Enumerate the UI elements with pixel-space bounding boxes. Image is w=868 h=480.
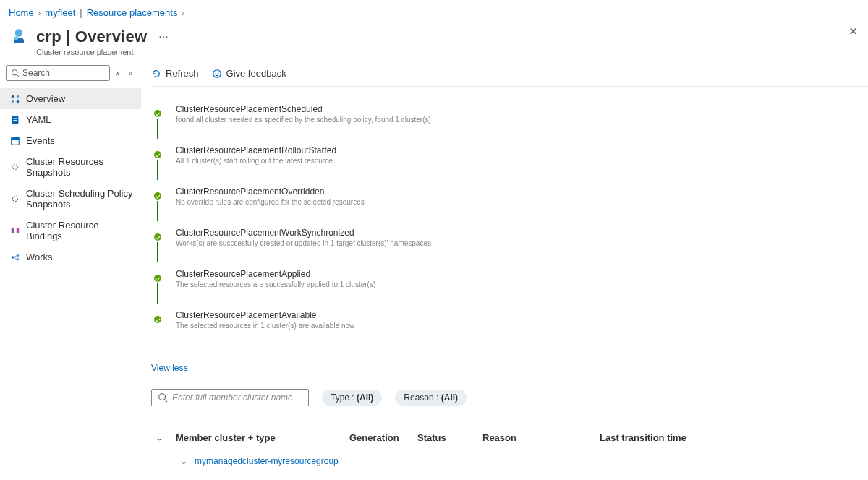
nav-overview[interactable]: Overview — [0, 88, 141, 109]
success-icon — [151, 107, 164, 120]
status-timeline: ClusterResourcePlacementScheduledfound a… — [151, 87, 868, 359]
col-reason[interactable]: Reason — [482, 432, 600, 443]
chevron-right-icon: › — [182, 9, 184, 17]
svg-line-20 — [13, 255, 17, 257]
nav-crb-label: Cluster Resource Bindings — [26, 220, 134, 241]
svg-point-1 — [14, 36, 18, 40]
breadcrumb-section[interactable]: Resource placements — [87, 7, 178, 18]
timeline-desc: The selected resources in 1 cluster(s) a… — [176, 322, 868, 330]
expand-all-button[interactable]: ⌄ — [151, 434, 176, 442]
filter-reason-label: Reason : — [404, 393, 441, 403]
filter-type-label: Type : — [331, 393, 357, 403]
calendar-icon — [10, 136, 20, 146]
search-icon — [11, 69, 20, 77]
svg-rect-10 — [13, 120, 17, 121]
feedback-label: Give feedback — [226, 68, 286, 79]
breadcrumb-fleet[interactable]: myfleet — [45, 7, 75, 18]
nav-crb[interactable]: Cluster Resource Bindings — [0, 215, 141, 247]
nav-crs-label: Cluster Resources Snapshots — [26, 156, 134, 178]
sidebar-collapse-button[interactable]: « — [125, 68, 135, 79]
nav-csps-label: Cluster Scheduling Policy Snapshots — [26, 188, 134, 210]
filter-row: Enter full member cluster name Type : (A… — [151, 389, 868, 406]
toolbar: Refresh Give feedback — [151, 62, 868, 87]
svg-point-6 — [12, 100, 14, 103]
filter-type-value: (All) — [357, 393, 373, 403]
timeline-desc: found all cluster needed as specified by… — [176, 116, 868, 124]
success-icon — [151, 231, 164, 244]
svg-rect-9 — [13, 118, 17, 119]
svg-point-24 — [218, 72, 218, 73]
title-row: crp | Overview ··· — [0, 22, 868, 49]
timeline-title: ClusterResourcePlacementWorkSynchronized — [176, 228, 868, 238]
sidebar-expand-button[interactable]: x — [113, 68, 122, 79]
filter-reason-value: (All) — [441, 393, 458, 403]
success-icon — [151, 148, 164, 161]
view-less-link[interactable]: View less — [151, 359, 187, 386]
timeline-title: ClusterResourcePlacementApplied — [176, 269, 868, 279]
success-icon — [151, 313, 164, 326]
sidebar-search[interactable]: Search — [6, 65, 110, 81]
svg-rect-15 — [12, 228, 14, 233]
policy-icon — [10, 194, 20, 204]
svg-point-7 — [17, 100, 20, 103]
chevron-down-icon: ⌄ — [180, 456, 187, 466]
svg-line-3 — [17, 74, 19, 77]
col-member-cluster[interactable]: Member cluster + type — [176, 432, 349, 443]
close-button[interactable]: ✕ — [848, 25, 858, 38]
timeline-desc: Works(s) are succcesfully created or upd… — [176, 239, 868, 247]
resource-icon — [9, 25, 29, 48]
search-icon — [158, 393, 168, 403]
cluster-search-placeholder: Enter full member cluster name — [172, 393, 293, 403]
timeline-item: ClusterResourcePlacementWorkSynchronized… — [151, 228, 868, 247]
svg-point-0 — [15, 29, 23, 37]
sidebar-nav: Overview YAML Events Cluster Resources S… — [0, 88, 141, 267]
refresh-label: Refresh — [166, 68, 199, 79]
feedback-icon — [212, 69, 222, 79]
overview-icon — [10, 94, 20, 104]
page-subtitle: Cluster resource placement — [0, 48, 868, 56]
filter-type-pill[interactable]: Type : (All) — [322, 390, 382, 406]
nav-events[interactable]: Events — [0, 130, 141, 151]
col-status[interactable]: Status — [417, 432, 482, 443]
content: Refresh Give feedback ClusterResourcePla… — [141, 62, 868, 480]
svg-line-21 — [13, 257, 17, 260]
col-last-transition[interactable]: Last transition time — [600, 432, 744, 443]
nav-crs[interactable]: Cluster Resources Snapshots — [0, 151, 141, 183]
svg-point-25 — [159, 394, 166, 400]
filter-reason-pill[interactable]: Reason : (All) — [395, 390, 467, 406]
breadcrumb-home[interactable]: Home — [9, 7, 34, 18]
table-group-row[interactable]: ⌄ mymanagedcluster-myresourcegroup — [151, 449, 868, 473]
svg-line-26 — [165, 400, 168, 403]
svg-point-4 — [12, 95, 14, 98]
success-icon — [151, 189, 164, 202]
sidebar: Search x « Overview YAML Events Cluster … — [0, 62, 141, 480]
nav-yaml-label: YAML — [26, 114, 51, 125]
timeline-item: ClusterResourcePlacementAppliedThe selec… — [151, 269, 868, 288]
refresh-icon — [151, 69, 161, 79]
svg-point-5 — [17, 95, 20, 98]
timeline-item: ClusterResourcePlacementRolloutStartedAl… — [151, 145, 868, 165]
svg-point-2 — [12, 70, 18, 76]
timeline-item: ClusterResourcePlacementAvailableThe sel… — [151, 310, 868, 330]
nav-events-label: Events — [26, 135, 55, 146]
success-icon — [151, 272, 164, 285]
nav-works[interactable]: Works — [0, 247, 141, 267]
group-name: mymanagedcluster-myresourcegroup — [195, 456, 339, 466]
nav-csps[interactable]: Cluster Scheduling Policy Snapshots — [0, 183, 141, 215]
nav-overview-label: Overview — [26, 93, 65, 104]
svg-point-14 — [13, 197, 18, 202]
timeline-desc: All 1 cluster(s) start rolling out the l… — [176, 157, 868, 165]
refresh-button[interactable]: Refresh — [151, 68, 199, 79]
cluster-name-search[interactable]: Enter full member cluster name — [151, 389, 309, 406]
more-button[interactable]: ··· — [154, 30, 172, 43]
col-generation[interactable]: Generation — [349, 432, 417, 443]
nav-yaml[interactable]: YAML — [0, 109, 141, 130]
timeline-title: ClusterResourcePlacementOverridden — [176, 187, 868, 197]
page-title: crp | Overview — [36, 27, 147, 46]
timeline-title: ClusterResourcePlacementRolloutStarted — [176, 145, 868, 155]
feedback-button[interactable]: Give feedback — [212, 68, 286, 79]
breadcrumb: Home › myfleet | Resource placements › — [0, 0, 868, 22]
file-icon — [10, 115, 20, 125]
timeline-item: ClusterResourcePlacementScheduledfound a… — [151, 104, 868, 124]
snapshot-icon — [10, 162, 20, 172]
